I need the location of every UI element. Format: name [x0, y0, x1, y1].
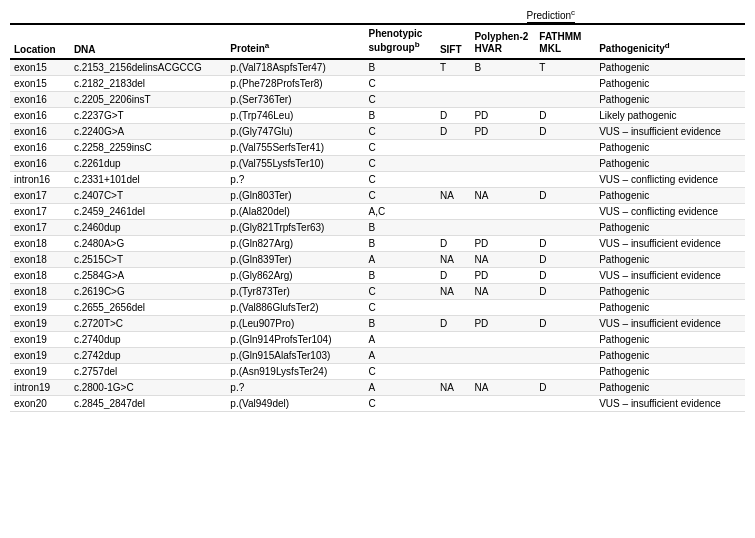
cell-location: exon17 [10, 203, 70, 219]
cell-location: intron19 [10, 379, 70, 395]
cell-phenotypic: A,C [365, 203, 436, 219]
table-row: exon18c.2619C>Gp.(Tyr873Ter)CNANADPathog… [10, 283, 745, 299]
cell-sift: NA [436, 379, 471, 395]
cell-location: exon17 [10, 187, 70, 203]
cell-fathmm: D [535, 235, 595, 251]
col-header-protein: Proteina [226, 24, 364, 58]
cell-sift [436, 75, 471, 91]
cell-sift [436, 203, 471, 219]
cell-pathogenicity: Pathogenic [595, 379, 745, 395]
cell-dna: c.2720T>C [70, 315, 226, 331]
cell-fathmm [535, 91, 595, 107]
cell-sift: D [436, 107, 471, 123]
cell-fathmm: D [535, 315, 595, 331]
cell-protein: p.(Ser736Ter) [226, 91, 364, 107]
cell-dna: c.2757del [70, 363, 226, 379]
cell-protein: p.(Gln803Ter) [226, 187, 364, 203]
cell-phenotypic: C [365, 155, 436, 171]
cell-dna: c.2261dup [70, 155, 226, 171]
cell-fathmm [535, 203, 595, 219]
cell-dna: c.2515C>T [70, 251, 226, 267]
cell-location: exon17 [10, 219, 70, 235]
cell-pathogenicity: Pathogenic [595, 59, 745, 76]
col-header-dna: DNA [70, 24, 226, 58]
cell-protein: p.(Gln827Arg) [226, 235, 364, 251]
cell-fathmm [535, 171, 595, 187]
cell-dna: c.2258_2259insC [70, 139, 226, 155]
cell-phenotypic: B [365, 59, 436, 76]
cell-fathmm [535, 139, 595, 155]
cell-pathogenicity: Pathogenic [595, 363, 745, 379]
cell-polyphen [470, 299, 535, 315]
cell-protein: p.(Val949del) [226, 395, 364, 411]
cell-dna: c.2655_2656del [70, 299, 226, 315]
cell-phenotypic: B [365, 267, 436, 283]
table-row: exon20c.2845_2847delp.(Val949del)CVUS – … [10, 395, 745, 411]
cell-phenotypic: A [365, 379, 436, 395]
cell-dna: c.2845_2847del [70, 395, 226, 411]
table-row: exon16c.2237G>Tp.(Trp746Leu)BDPDDLikely … [10, 107, 745, 123]
cell-protein: p.(Trp746Leu) [226, 107, 364, 123]
cell-sift: NA [436, 251, 471, 267]
cell-pathogenicity: Pathogenic [595, 219, 745, 235]
cell-fathmm [535, 219, 595, 235]
cell-sift [436, 91, 471, 107]
cell-pathogenicity: Pathogenic [595, 75, 745, 91]
cell-polyphen: PD [470, 235, 535, 251]
cell-sift: T [436, 59, 471, 76]
cell-pathogenicity: Pathogenic [595, 347, 745, 363]
cell-protein: p.? [226, 171, 364, 187]
cell-polyphen [470, 331, 535, 347]
cell-pathogenicity: Pathogenic [595, 187, 745, 203]
cell-sift [436, 363, 471, 379]
cell-polyphen: PD [470, 315, 535, 331]
cell-pathogenicity: Pathogenic [595, 283, 745, 299]
cell-polyphen [470, 75, 535, 91]
cell-protein: p.? [226, 379, 364, 395]
cell-dna: c.2800-1G>C [70, 379, 226, 395]
cell-location: exon16 [10, 107, 70, 123]
cell-protein: p.(Gly747Glu) [226, 123, 364, 139]
cell-dna: c.2742dup [70, 347, 226, 363]
cell-sift: D [436, 267, 471, 283]
cell-phenotypic: A [365, 331, 436, 347]
table-row: exon19c.2757delp.(Asn919LysfsTer24)CPath… [10, 363, 745, 379]
cell-phenotypic: B [365, 235, 436, 251]
cell-polyphen [470, 139, 535, 155]
cell-pathogenicity: Pathogenic [595, 155, 745, 171]
cell-phenotypic: C [365, 91, 436, 107]
cell-pathogenicity: Pathogenic [595, 299, 745, 315]
cell-phenotypic: B [365, 315, 436, 331]
cell-polyphen [470, 219, 535, 235]
cell-fathmm [535, 299, 595, 315]
cell-location: exon19 [10, 347, 70, 363]
table-row: exon15c.2153_2156delinsACGCCGp.(Val718As… [10, 59, 745, 76]
cell-protein: p.(Val718AspfsTer47) [226, 59, 364, 76]
cell-fathmm [535, 75, 595, 91]
cell-protein: p.(Gly862Arg) [226, 267, 364, 283]
cell-dna: c.2619C>G [70, 283, 226, 299]
cell-fathmm [535, 331, 595, 347]
prediction-label: Predictionc [527, 8, 575, 23]
cell-dna: c.2153_2156delinsACGCCG [70, 59, 226, 76]
variants-table: Location DNA Proteina Phenotypic subgrou… [10, 23, 745, 411]
cell-polyphen [470, 347, 535, 363]
col-header-pathogenicity: Pathogenicityd [595, 24, 745, 58]
cell-sift: NA [436, 283, 471, 299]
cell-dna: c.2237G>T [70, 107, 226, 123]
cell-phenotypic: B [365, 219, 436, 235]
cell-protein: p.(Gly821TrpfsTer63) [226, 219, 364, 235]
cell-location: exon19 [10, 299, 70, 315]
cell-phenotypic: C [365, 123, 436, 139]
prediction-header-row: Predictionc [10, 8, 745, 23]
cell-pathogenicity: VUS – conflicting evidence [595, 171, 745, 187]
cell-sift [436, 347, 471, 363]
cell-pathogenicity: Pathogenic [595, 331, 745, 347]
cell-dna: c.2205_2206insT [70, 91, 226, 107]
table-row: exon17c.2460dupp.(Gly821TrpfsTer63)BPath… [10, 219, 745, 235]
cell-pathogenicity: VUS – insufficient evidence [595, 123, 745, 139]
table-row: intron16c.2331+101delp.?CVUS – conflicti… [10, 171, 745, 187]
cell-polyphen: PD [470, 107, 535, 123]
table-row: exon16c.2205_2206insTp.(Ser736Ter)CPatho… [10, 91, 745, 107]
cell-phenotypic: C [365, 363, 436, 379]
